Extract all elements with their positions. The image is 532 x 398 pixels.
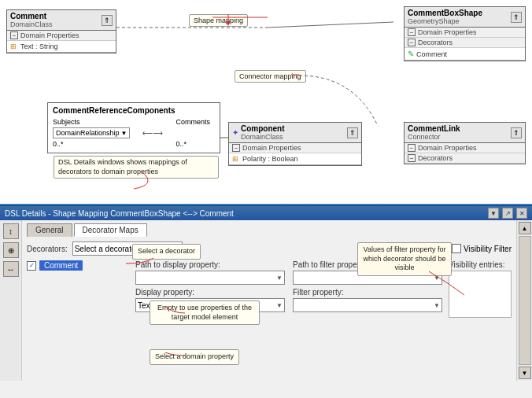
svg-line-1 (268, 22, 393, 28)
domain-rel-text: DomainRelationship (56, 129, 120, 137)
ann-empty-path: Empty to use properties of the target mo… (150, 300, 260, 325)
comment-box-subtitle: DomainClass (10, 20, 53, 28)
commentlink-box: CommentLink Connector ⇑ − Domain Propert… (404, 122, 526, 164)
ref-components-box: CommentReferenceComponents Subjects Doma… (47, 102, 220, 153)
scroll-track[interactable] (519, 236, 531, 365)
cbs-dec-label: Decorators (418, 39, 453, 46)
dsl-main: General Decorator Maps Decorators: Selec… (22, 220, 516, 381)
connector-mapping-annotation: Connector mapping (235, 70, 306, 83)
filter-prop-col: Filter property: ▼ (293, 288, 442, 312)
comments-label: Comments (175, 118, 210, 126)
comment-box: Comment DomainClass ⇑ − Domain Propertie… (6, 9, 116, 53)
domain-props-collapse[interactable]: − (10, 31, 18, 39)
cbs-domain-collapse[interactable]: − (408, 28, 416, 36)
visibility-filter-checkbox[interactable] (452, 244, 461, 253)
path-display-arrow: ▼ (276, 275, 283, 282)
ann-select-domain: Select a domain property (150, 349, 239, 365)
component-title: Component (241, 124, 285, 133)
cbs-dec-collapse[interactable]: − (408, 39, 416, 46)
polarity-text: Polarity : Boolean (242, 155, 298, 163)
cbs-subtitle: GeometryShape (408, 17, 482, 25)
text-prop-value: Text : String (20, 42, 58, 50)
panel-pin-btn[interactable]: ▼ (488, 208, 499, 219)
visibility-entries-section: Visibility entries: (449, 260, 512, 318)
tab-decorator-maps[interactable]: Decorator Maps (74, 223, 147, 237)
subjects-label: Subjects (53, 118, 130, 126)
comp-domain-label: Domain Properties (242, 144, 301, 152)
domain-props-label: Domain Properties (20, 31, 79, 39)
panel-controls: ▼ ↗ ✕ (488, 208, 527, 219)
sidebar-icon-3[interactable]: ↔ (3, 261, 19, 277)
cl-dec-collapse[interactable]: − (408, 154, 416, 162)
visibility-entries-box (449, 271, 512, 318)
display-prop-arrow: ▼ (276, 302, 283, 309)
text-prop-icon: ⊞ (10, 42, 17, 50)
scroll-down-btn[interactable]: ▼ (519, 367, 531, 379)
comment-dec-text: Comment (416, 50, 447, 58)
commentboxshape-box: CommentBoxShape GeometryShape ⇑ − Domain… (404, 6, 526, 61)
cl-title: CommentLink (408, 124, 460, 133)
tab-bar: General Decorator Maps (27, 223, 512, 237)
cl-subtitle: Connector (408, 133, 460, 141)
dsl-panel-title: DSL Details - Shape Mapping CommentBoxSh… (5, 209, 234, 218)
visibility-entries-label: Visibility entries: (449, 260, 512, 269)
sidebar-icon-2[interactable]: ⊕ (3, 242, 19, 258)
cl-domain-collapse[interactable]: − (408, 144, 416, 152)
dsl-panel: DSL Details - Shape Mapping CommentBoxSh… (0, 205, 532, 398)
dsl-panel-body: ↕ ⊕ ↔ General Decorator Maps Decorators:… (0, 220, 532, 381)
comment-tag: Comment (39, 260, 83, 271)
dsl-content: ↕ ⊕ ↔ General Decorator Maps Decorators:… (0, 220, 532, 381)
filter-prop-arrow: ▼ (434, 302, 440, 309)
mult2-text: 0..* (175, 140, 210, 148)
cbs-title: CommentBoxShape (408, 9, 482, 17)
sidebar-icon-1[interactable]: ↕ (3, 223, 19, 239)
rel-dropdown-arrow[interactable]: ▼ (121, 130, 127, 137)
filter-prop-dropdown[interactable]: ▼ (293, 298, 442, 312)
ref-title: CommentReferenceComponents (53, 106, 215, 115)
filter-prop-label: Filter property: (293, 288, 442, 297)
path-display-col: Path to display property: ▼ (135, 260, 285, 285)
component-subtitle: DomainClass (241, 133, 285, 141)
dsl-panel-titlebar: DSL Details - Shape Mapping CommentBoxSh… (0, 206, 532, 220)
comment-expand-icon[interactable]: ⇑ (102, 15, 113, 26)
decorators-label: Decorators: (27, 245, 68, 253)
cl-dec-label: Decorators (418, 154, 453, 162)
component-box: ✦ Component DomainClass ⇑ − Domain Prope… (228, 122, 362, 166)
mult1-text: 0..* (53, 140, 130, 148)
comp-domain-collapse[interactable]: − (232, 144, 240, 152)
component-expand[interactable]: ⇑ (347, 127, 358, 138)
scroll-up-btn[interactable]: ▲ (519, 222, 531, 234)
ann-visibility-values: Values of filter property for which deco… (357, 242, 452, 276)
dsl-scrollbar: ▲ ▼ (516, 220, 532, 381)
visibility-filter-checkbox-row: Visibility Filter (452, 244, 512, 253)
comment-box-title: Comment (10, 12, 53, 20)
component-class-icon: ✦ (232, 128, 238, 137)
dsl-details-annotation: DSL Details windows shows mappings of de… (54, 156, 219, 179)
path-display-dropdown[interactable]: ▼ (135, 271, 285, 285)
panel-autosize-btn[interactable]: ↗ (502, 208, 513, 219)
path-display-label: Path to display property: (135, 260, 285, 269)
cbs-domain-label: Domain Properties (418, 28, 477, 36)
display-prop-label: Display property: (135, 288, 285, 297)
ann-select-decorator: Select a decorator (132, 244, 201, 260)
tab-general[interactable]: General (27, 223, 72, 237)
shape-mapping-annotation: Shape mapping (189, 14, 248, 27)
diagram-area: Comment DomainClass ⇑ − Domain Propertie… (0, 0, 532, 205)
cl-expand[interactable]: ⇑ (511, 127, 522, 138)
comment-checkbox[interactable]: ✓ (27, 261, 36, 271)
cbs-expand-icon[interactable]: ⇑ (511, 12, 522, 23)
visibility-filter-label: Visibility Filter (464, 245, 512, 253)
dsl-sidebar: ↕ ⊕ ↔ (0, 220, 22, 381)
panel-close-btn[interactable]: ✕ (516, 208, 527, 219)
cl-domain-label: Domain Properties (418, 144, 477, 152)
comment-dec-icon: ✎ (408, 50, 414, 58)
polarity-icon: ⊞ (232, 155, 238, 163)
